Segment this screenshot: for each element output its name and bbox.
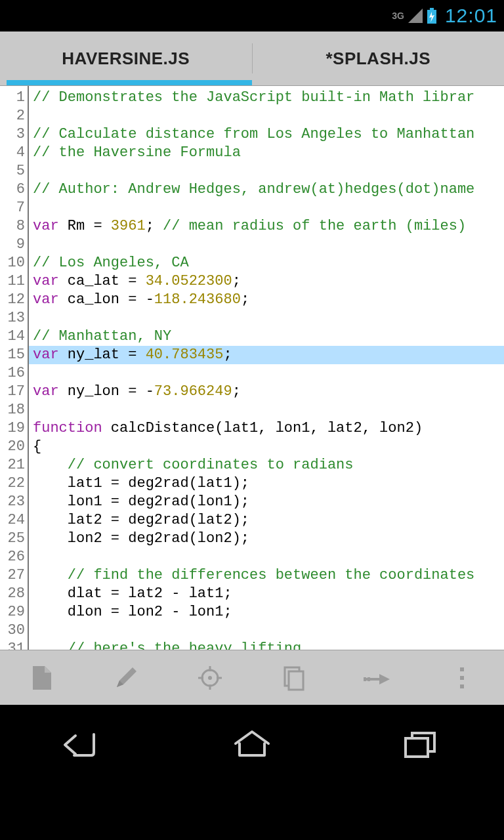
code-line[interactable] <box>29 163 33 179</box>
line-number: 31 <box>0 640 25 650</box>
line-number: 20 <box>0 438 25 456</box>
line-number-gutter: 1234567891011121314151617181920212223242… <box>0 86 29 650</box>
line-number: 19 <box>0 419 25 438</box>
target-button[interactable] <box>174 655 246 701</box>
line-number: 25 <box>0 530 25 548</box>
run-arrow-icon <box>364 670 392 686</box>
line-number: 29 <box>0 603 25 621</box>
line-number: 24 <box>0 511 25 530</box>
line-number: 9 <box>0 236 25 254</box>
code-line[interactable]: lon1 = deg2rad(lon1); <box>29 494 249 510</box>
more-button[interactable] <box>426 655 498 701</box>
tab-haversine[interactable]: HAVERSINE.JS <box>0 32 252 85</box>
editor-area[interactable]: 1234567891011121314151617181920212223242… <box>0 85 504 650</box>
svg-rect-21 <box>460 684 464 688</box>
copy-button[interactable] <box>258 655 330 701</box>
svg-rect-15 <box>289 671 303 690</box>
code-line[interactable]: lat1 = deg2rad(lat1); <box>29 475 249 492</box>
code-line[interactable]: lon2 = deg2rad(lon2); <box>29 530 249 547</box>
recent-apps-icon <box>400 728 440 761</box>
code-line[interactable] <box>29 236 33 253</box>
recent-apps-button[interactable] <box>354 711 486 777</box>
network-text: 3G <box>392 10 404 21</box>
edit-button[interactable] <box>90 655 162 701</box>
line-number: 16 <box>0 364 25 383</box>
code-line[interactable]: var ny_lon = -73.966249; <box>29 383 241 400</box>
more-vert-icon <box>459 666 465 690</box>
svg-marker-5 <box>45 666 51 673</box>
tab-label: *SPLASH.JS <box>326 49 430 69</box>
code-line[interactable]: // the Haversine Formula <box>29 144 241 161</box>
svg-marker-4 <box>33 666 51 690</box>
line-number: 14 <box>0 327 25 346</box>
back-button[interactable] <box>18 711 150 777</box>
line-number: 12 <box>0 291 25 309</box>
line-number: 27 <box>0 566 25 585</box>
code-line[interactable]: // find the differences between the coor… <box>29 567 474 583</box>
line-number: 17 <box>0 383 25 401</box>
line-number: 1 <box>0 89 25 107</box>
code-line[interactable] <box>29 108 33 124</box>
code-line[interactable] <box>29 200 33 216</box>
line-number: 3 <box>0 125 25 144</box>
code-line[interactable]: dlat = lat2 - lat1; <box>29 585 232 602</box>
code-editor-app: HAVERSINE.JS *SPLASH.JS 1234567891011121… <box>0 32 504 705</box>
code-line[interactable]: // here's the heavy lifting <box>29 640 301 650</box>
svg-marker-0 <box>408 9 423 23</box>
code-line[interactable]: // Manhattan, NY <box>29 328 171 345</box>
svg-rect-17 <box>364 677 366 681</box>
tab-splash[interactable]: *SPLASH.JS <box>253 32 505 85</box>
bottom-toolbar <box>0 650 504 705</box>
line-number: 26 <box>0 548 25 566</box>
code-line[interactable]: dlon = lon2 - lon1; <box>29 604 232 620</box>
code-line[interactable]: lat2 = deg2rad(lat2); <box>29 512 249 528</box>
code-content[interactable]: // Demonstrates the JavaScript built-in … <box>29 86 504 650</box>
line-number: 8 <box>0 217 25 236</box>
code-line[interactable] <box>29 310 33 326</box>
code-line[interactable]: function calcDistance(lat1, lon1, lat2, … <box>29 420 423 436</box>
line-number: 22 <box>0 474 25 493</box>
code-line[interactable] <box>29 402 33 418</box>
line-number: 11 <box>0 272 25 291</box>
code-line[interactable] <box>29 549 33 565</box>
line-number: 23 <box>0 493 25 511</box>
signal-icon <box>408 9 423 23</box>
home-icon <box>229 728 275 761</box>
code-line[interactable]: var ca_lat = 34.0522300; <box>29 273 241 289</box>
tab-label: HAVERSINE.JS <box>62 49 190 69</box>
code-line[interactable]: var Rm = 3961; // mean radius of the ear… <box>29 218 466 234</box>
pencil-icon <box>113 665 139 691</box>
code-line[interactable]: var ny_lat = 40.783435; <box>29 346 504 364</box>
code-line[interactable]: // Calculate distance from Los Angeles t… <box>29 126 474 142</box>
target-icon <box>197 665 223 691</box>
code-line[interactable]: var ca_lon = -118.243680; <box>29 291 249 308</box>
home-button[interactable] <box>186 711 318 777</box>
code-line[interactable]: // Los Angeles, CA <box>29 255 189 271</box>
line-number: 15 <box>0 346 25 364</box>
code-line[interactable] <box>29 622 33 639</box>
line-number: 7 <box>0 199 25 217</box>
svg-point-9 <box>208 676 212 680</box>
line-number: 10 <box>0 254 25 272</box>
svg-rect-1 <box>430 8 434 10</box>
svg-rect-20 <box>460 676 464 680</box>
file-button[interactable] <box>6 655 78 701</box>
line-number: 18 <box>0 401 25 419</box>
code-line[interactable]: { <box>29 438 41 455</box>
status-clock: 12:01 <box>445 5 497 27</box>
line-number: 4 <box>0 144 25 162</box>
line-number: 28 <box>0 585 25 603</box>
code-line[interactable]: // Demonstrates the JavaScript built-in … <box>29 89 474 106</box>
back-icon <box>61 728 107 761</box>
code-line[interactable]: // Author: Andrew Hedges, andrew(at)hedg… <box>29 181 474 198</box>
code-line[interactable]: // convert coordinates to radians <box>29 457 353 473</box>
line-number: 13 <box>0 309 25 327</box>
line-number: 30 <box>0 621 25 640</box>
android-status-bar: 3G 12:01 <box>0 0 504 32</box>
android-nav-bar <box>0 705 504 784</box>
file-icon <box>30 665 54 691</box>
copy-icon <box>281 665 307 691</box>
run-button[interactable] <box>342 655 414 701</box>
battery-icon <box>427 8 437 24</box>
tab-bar: HAVERSINE.JS *SPLASH.JS <box>0 32 504 85</box>
